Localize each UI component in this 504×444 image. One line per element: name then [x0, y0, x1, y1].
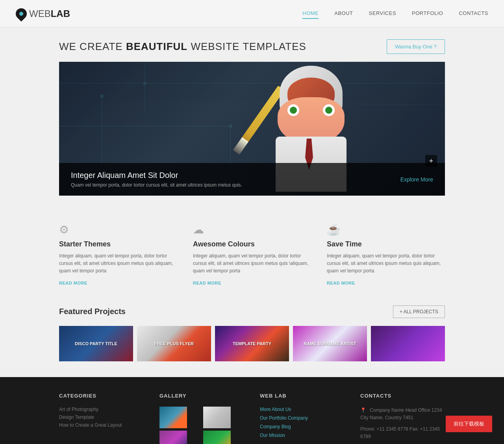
all-projects-button[interactable]: + ALL PROJECTS [393, 305, 445, 318]
download-button[interactable]: 前往下载模板 [446, 416, 492, 432]
features-section: ⚙ Starter Themes Integer aliquam, quam v… [0, 204, 504, 305]
cup-icon: ☕ [327, 223, 445, 236]
read-more-1[interactable]: READ MORE [59, 281, 87, 285]
read-more-2[interactable]: READ MORE [193, 281, 221, 285]
slider-title: Integer Aliquam Amet Sit Dolor [71, 171, 242, 180]
gallery-thumb-2[interactable] [203, 407, 231, 428]
feature-title-2: Awesome Colours [193, 240, 311, 248]
portfolio-label-2: FREE PLUS FLYER [154, 341, 194, 346]
feature-text-3: Integer aliquam, quam vel tempor porta, … [327, 252, 445, 275]
logo-web: WEBLAB [29, 8, 70, 19]
footer-categories: CATEGORIES Art of Photography Design Tem… [59, 393, 144, 444]
footer: CATEGORIES Art of Photography Design Tem… [0, 377, 504, 444]
footer-weblab-link-4[interactable]: Our Mission [260, 433, 345, 438]
gallery-thumb-1[interactable] [159, 407, 187, 428]
slider-subtitle: Quam vel tempor porta, dolor tortor curs… [71, 182, 242, 188]
hero-slider: + Integer Aliquam Amet Sit Dolor Quam ve… [59, 62, 445, 196]
portfolio-item-5[interactable] [371, 326, 445, 361]
location-icon: 📍 [360, 407, 366, 413]
feature-starter-themes: ⚙ Starter Themes Integer aliquam, quam v… [59, 223, 177, 286]
portfolio-header: Featured Projects + ALL PROJECTS [59, 305, 445, 318]
footer-weblab: WEB LAB More About Us Our Portfolio Comp… [260, 393, 345, 444]
char-eye-right [323, 104, 335, 116]
nav-about[interactable]: ABOUT [334, 8, 353, 19]
portfolio-grid: DISCO PARTY TITLE FREE PLUS FLYER TEMPLA… [59, 326, 445, 361]
feature-text-2: Integer aliquam, quam vel tempor porta, … [193, 252, 311, 275]
char-eye-left [287, 104, 299, 116]
hero-headline: WE CREATE BEAUTIFUL WEBSITE TEMPLATES [59, 41, 306, 53]
portfolio-label-1: DISCO PARTY TITLE [75, 341, 117, 346]
portfolio-label-3: TEMPLATE PARTY [233, 341, 271, 346]
portfolio-label-4: NAME SURNAME ARTIST [304, 341, 356, 346]
feature-save-time: ☕ Save Time Integer aliquam, quam vel te… [327, 223, 445, 286]
footer-gallery-title: GALLERY [159, 393, 244, 399]
feature-title-1: Starter Themes [59, 240, 177, 248]
cloud-icon: ☁ [193, 223, 311, 236]
footer-contacts-phone: Phone: +11 2345 8778 Fax: +11 2345 6789 [360, 426, 445, 440]
svg-point-9 [229, 124, 232, 128]
gear-icon: ⚙ [59, 223, 177, 236]
nav-contacts[interactable]: CONTACTS [459, 8, 488, 19]
feature-text-1: Integer aliquam, quam vel tempor porta, … [59, 252, 177, 275]
footer-weblab-title: WEB LAB [260, 393, 345, 399]
nav-services[interactable]: SERVICES [369, 8, 397, 19]
footer-gallery: GALLERY [159, 393, 244, 444]
nav-portfolio[interactable]: PORTFOLIO [412, 8, 443, 19]
header: WEBLAB HOME ABOUT SERVICES PORTFOLIO CON… [0, 0, 504, 28]
footer-categories-title: CATEGORIES [59, 393, 144, 399]
portfolio-item-2[interactable]: FREE PLUS FLYER [137, 326, 211, 361]
footer-weblab-link-2[interactable]: Our Portfolio Company [260, 415, 345, 421]
footer-contacts-title: CONTACTS [360, 393, 445, 399]
footer-cat-link-1[interactable]: Art of Photography [59, 407, 144, 412]
svg-point-7 [100, 94, 104, 98]
logo-icon [13, 6, 29, 22]
portfolio-section: Featured Projects + ALL PROJECTS DISCO P… [0, 305, 504, 377]
slider-overlay: + Integer Aliquam Amet Sit Dolor Quam ve… [59, 163, 445, 196]
footer-weblab-link-3[interactable]: Company Blog [260, 424, 345, 429]
explore-more-button[interactable]: Explore More [400, 176, 433, 183]
feature-awesome-colours: ☁ Awesome Colours Integer aliquam, quam … [193, 223, 311, 286]
main-nav: HOME ABOUT SERVICES PORTFOLIO CONTACTS [302, 8, 488, 19]
slider-plus-button[interactable]: + [425, 155, 437, 167]
footer-contacts: CONTACTS 📍 Company Name Head Office 1234… [360, 393, 445, 444]
footer-weblab-link-1[interactable]: More About Us [260, 407, 345, 412]
logo: WEBLAB [16, 8, 70, 19]
hero-section: WE CREATE BEAUTIFUL WEBSITE TEMPLATES Wa… [0, 28, 504, 204]
gallery-thumbs [159, 407, 244, 444]
hero-top: WE CREATE BEAUTIFUL WEBSITE TEMPLATES Wa… [59, 39, 445, 54]
footer-contacts-address: 📍 Company Name Head Office 1234 City Nam… [360, 407, 445, 422]
footer-cat-link-2[interactable]: Design Template [59, 414, 144, 420]
portfolio-item-4[interactable]: NAME SURNAME ARTIST [293, 326, 367, 361]
portfolio-item-3[interactable]: TEMPLATE PARTY [215, 326, 289, 361]
gallery-thumb-4[interactable] [203, 431, 231, 444]
feature-title-3: Save Time [327, 240, 445, 248]
footer-cat-link-3[interactable]: How to Create a Great Layout [59, 422, 144, 428]
gallery-thumb-3[interactable] [159, 431, 187, 444]
buy-button[interactable]: Wanna Buy One ? [387, 39, 445, 54]
slider-text: Integer Aliquam Amet Sit Dolor Quam vel … [71, 171, 242, 188]
read-more-3[interactable]: READ MORE [327, 281, 355, 285]
portfolio-item-1[interactable]: DISCO PARTY TITLE [59, 326, 133, 361]
portfolio-title: Featured Projects [59, 307, 126, 316]
svg-point-8 [143, 81, 146, 85]
nav-home[interactable]: HOME [302, 8, 319, 19]
